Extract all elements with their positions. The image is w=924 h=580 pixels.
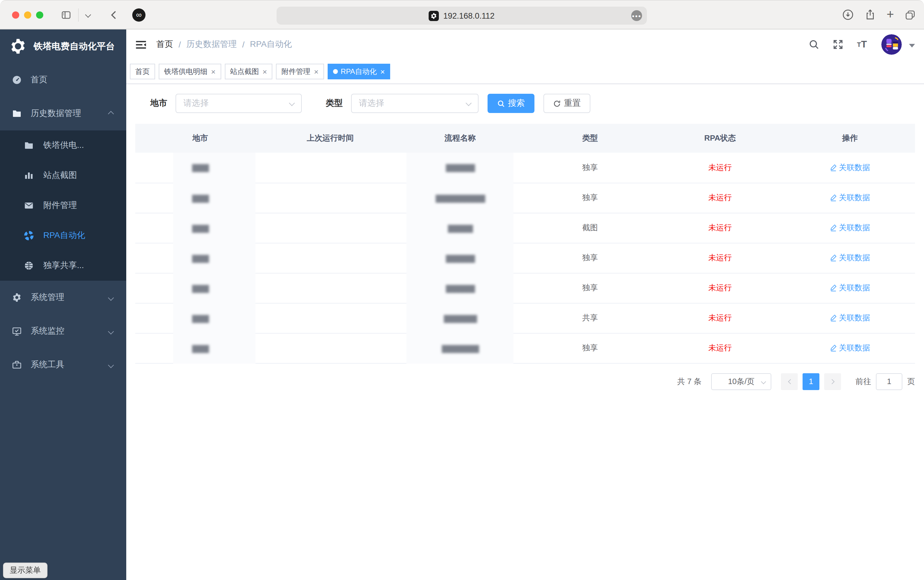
redacted-city: ████ bbox=[192, 224, 208, 232]
downloads-icon[interactable] bbox=[842, 9, 853, 20]
table-row: ████ ████████████ 独享 未运行 关联数据 bbox=[135, 183, 915, 213]
close-tab-icon[interactable]: × bbox=[380, 68, 385, 76]
redacted-process-name: ███████ bbox=[446, 165, 474, 171]
table-row: ████ ███████ 独享 未运行 关联数据 bbox=[135, 153, 915, 183]
sidebar-item-system-monitor[interactable]: 系统监控 bbox=[0, 314, 126, 348]
sidebar-item-home[interactable]: 首页 bbox=[0, 63, 126, 97]
tab-attachment[interactable]: 附件管理 × bbox=[276, 64, 324, 79]
page-settings-icon[interactable]: ●●● bbox=[631, 10, 642, 21]
next-page-button[interactable] bbox=[824, 373, 841, 390]
chevron-down-icon bbox=[761, 379, 766, 384]
rpa-segmented-ring-icon bbox=[24, 231, 34, 241]
close-tab-icon[interactable]: × bbox=[262, 68, 267, 76]
minimize-window-button[interactable] bbox=[24, 11, 31, 18]
link-associated-data[interactable]: 关联数据 bbox=[830, 162, 870, 173]
sidebar-chevron-icon[interactable] bbox=[85, 12, 91, 18]
table-row: ████ ███████ 独享 未运行 关联数据 bbox=[135, 243, 915, 273]
logo-gear-icon bbox=[10, 38, 26, 55]
chevron-down-icon bbox=[108, 295, 114, 300]
type-value: 独享 bbox=[582, 163, 598, 172]
font-size-icon[interactable]: TT bbox=[857, 39, 867, 50]
redacted-city: ████ bbox=[192, 255, 208, 262]
share-icon[interactable] bbox=[864, 9, 876, 20]
redacted-process-name: ████████ bbox=[444, 315, 476, 322]
col-type: 类型 bbox=[525, 124, 655, 153]
tab-rpa-active[interactable]: RPA自动化 × bbox=[328, 64, 390, 79]
zoom-window-button[interactable] bbox=[36, 11, 43, 18]
close-tab-icon[interactable]: × bbox=[314, 68, 318, 76]
tab-site-screenshot[interactable]: 站点截图 × bbox=[224, 64, 272, 79]
page-number-1[interactable]: 1 bbox=[802, 373, 819, 390]
link-associated-data[interactable]: 关联数据 bbox=[830, 313, 870, 323]
edit-pencil-icon bbox=[830, 314, 837, 321]
folder-icon bbox=[12, 109, 21, 119]
redacted-process-name: ██████ bbox=[448, 224, 473, 232]
pagination: 共 7 条 10条/页 1 前往 页 bbox=[135, 373, 915, 390]
new-tab-icon[interactable]: + bbox=[886, 8, 894, 20]
chevron-up-icon bbox=[108, 110, 114, 117]
breadcrumb-home[interactable]: 首页 bbox=[156, 39, 173, 50]
page-size-select[interactable]: 10条/页 bbox=[711, 373, 771, 390]
sidebar-toggle-icon[interactable] bbox=[61, 10, 71, 20]
breadcrumb: 首页 / 历史数据管理 / RPA自动化 bbox=[156, 39, 292, 50]
extension-icon[interactable]: ∞ bbox=[132, 8, 145, 21]
edit-pencil-icon bbox=[830, 254, 837, 262]
active-tab-dot bbox=[333, 69, 338, 74]
link-associated-data[interactable]: 关联数据 bbox=[830, 282, 870, 293]
link-associated-data[interactable]: 关联数据 bbox=[830, 192, 870, 203]
edit-pencil-icon bbox=[830, 194, 837, 201]
sidebar-item-system-tools[interactable]: 系统工具 bbox=[0, 348, 126, 382]
type-select[interactable]: 请选择 bbox=[351, 94, 479, 113]
sidebar-item-history-data[interactable]: 历史数据管理 bbox=[0, 97, 126, 130]
type-value: 独享 bbox=[582, 283, 598, 292]
redacted-city: ████ bbox=[192, 194, 208, 202]
fullscreen-icon[interactable] bbox=[833, 39, 844, 50]
folder-icon bbox=[24, 141, 34, 150]
sidebar-item-rpa[interactable]: RPA自动化 bbox=[0, 221, 126, 250]
redacted-city: ████ bbox=[192, 345, 208, 352]
chevron-down-icon bbox=[108, 362, 114, 368]
sidebar-item-tower-power[interactable]: 铁塔供电... bbox=[0, 130, 126, 160]
reset-button[interactable]: 重置 bbox=[544, 94, 590, 113]
tab-tower-power-detail[interactable]: 铁塔供电明细 × bbox=[159, 64, 221, 79]
tab-overview-icon[interactable] bbox=[905, 9, 916, 20]
avatar[interactable] bbox=[881, 34, 902, 55]
link-associated-data[interactable]: 关联数据 bbox=[830, 343, 870, 353]
close-tab-icon[interactable]: × bbox=[211, 68, 216, 76]
sidebar-item-attachment[interactable]: 附件管理 bbox=[0, 191, 126, 221]
menu-collapse-icon[interactable] bbox=[135, 39, 147, 50]
type-filter-label: 类型 bbox=[326, 98, 343, 109]
close-window-button[interactable] bbox=[12, 11, 19, 18]
link-associated-data[interactable]: 关联数据 bbox=[830, 252, 870, 263]
status-value: 未运行 bbox=[708, 313, 731, 322]
pagination-total: 共 7 条 bbox=[677, 376, 702, 387]
avatar-caret-down-icon[interactable] bbox=[909, 44, 915, 48]
goto-page-input[interactable] bbox=[876, 373, 903, 390]
chevron-right-icon bbox=[829, 379, 834, 384]
col-city: 地市 bbox=[135, 124, 265, 153]
traffic-lights[interactable] bbox=[12, 11, 43, 18]
redacted-city: ████ bbox=[192, 285, 208, 292]
link-associated-data[interactable]: 关联数据 bbox=[830, 222, 870, 233]
col-process-name: 流程名称 bbox=[395, 124, 525, 153]
url-text[interactable]: 192.168.0.112 bbox=[443, 11, 495, 20]
col-rpa-status: RPA状态 bbox=[655, 124, 785, 153]
tab-home[interactable]: 首页 bbox=[130, 64, 155, 79]
search-button[interactable]: 搜索 bbox=[488, 94, 534, 113]
back-button[interactable] bbox=[109, 10, 119, 20]
search-icon bbox=[497, 99, 505, 107]
chevron-down-icon bbox=[108, 328, 114, 334]
type-value: 独享 bbox=[582, 253, 598, 262]
search-icon[interactable] bbox=[809, 39, 820, 50]
sidebar-item-system-management[interactable]: 系统管理 bbox=[0, 281, 126, 314]
show-menu-tooltip: 显示菜单 bbox=[3, 563, 48, 578]
breadcrumb-history[interactable]: 历史数据管理 bbox=[186, 39, 237, 50]
browser-window: ∞ 192.168.0.112 ●●● + bbox=[0, 0, 924, 580]
chevron-down-icon bbox=[289, 100, 295, 106]
prev-page-button[interactable] bbox=[781, 373, 798, 390]
city-select[interactable]: 请选择 bbox=[176, 94, 302, 113]
redacted-process-name: ████████████ bbox=[436, 194, 484, 202]
sidebar-item-exclusive-shared[interactable]: 独享共享... bbox=[0, 250, 126, 281]
sidebar-item-site-screenshot[interactable]: 站点截图 bbox=[0, 160, 126, 191]
address-bar[interactable]: 192.168.0.112 ●●● bbox=[277, 7, 647, 25]
